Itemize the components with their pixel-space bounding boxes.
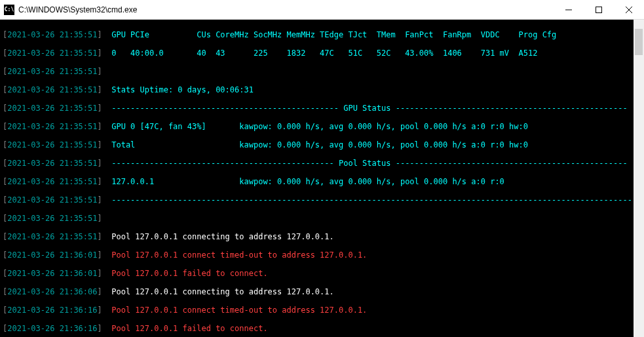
close-button[interactable] [614,0,644,20]
window-titlebar: C:\ C:\WINDOWS\System32\cmd.exe [0,0,644,20]
terminal[interactable]: [2021-03-26 21:35:51] GPU PCIe CUs CoreM… [0,20,644,337]
scrollbar-thumb[interactable] [635,29,643,55]
scrollbar[interactable] [634,20,644,337]
cmd-icon: C:\ [4,5,14,15]
window-title: C:\WINDOWS\System32\cmd.exe [18,5,554,14]
svg-rect-1 [596,7,602,12]
minimize-button[interactable] [554,0,584,20]
maximize-button[interactable] [584,0,614,20]
terminal-output: [2021-03-26 21:35:51] GPU PCIe CUs CoreM… [0,20,634,337]
